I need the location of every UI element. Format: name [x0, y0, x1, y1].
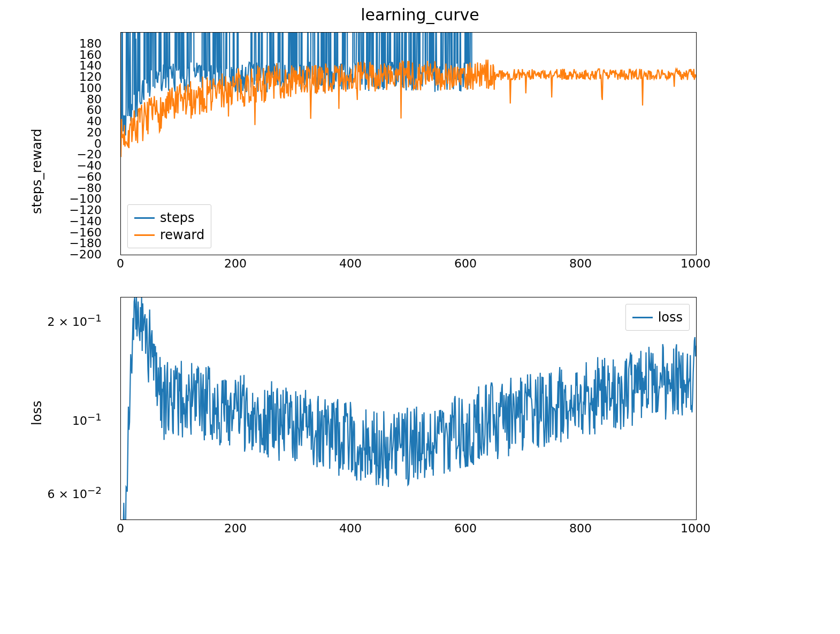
xtick-label: 200 — [224, 522, 247, 535]
ax2-svg — [121, 297, 696, 520]
figure-title: learning_curve — [0, 5, 840, 24]
series-loss-line — [121, 297, 696, 520]
legend-label: reward — [160, 227, 204, 242]
ax2-plot-area: loss — [120, 297, 697, 520]
legend-swatch-reward — [134, 234, 155, 236]
ax1-yticks: −200 −180 −160 −140 −120 −100 −80 −60 −4… — [0, 32, 107, 254]
xtick-label: 200 — [224, 257, 247, 270]
ax1-xticks: 0 200 400 600 800 1000 — [120, 257, 696, 273]
xtick-label: 1000 — [681, 522, 711, 535]
legend-swatch-loss — [632, 317, 653, 318]
ytick-label: 10−1 — [72, 411, 102, 427]
ytick-label: 2 × 10−1 — [48, 312, 102, 329]
legend-label: steps — [160, 210, 194, 225]
ax2-yticks: 2 × 10−1 10−1 6 × 10−2 — [0, 297, 107, 519]
xtick-label: 600 — [454, 522, 477, 535]
ax1-legend: steps reward — [127, 204, 211, 248]
ax2-legend: loss — [625, 304, 690, 331]
ax1-plot-area: steps reward — [120, 32, 697, 255]
xtick-label: 1000 — [681, 257, 711, 270]
ytick-label: 180 — [79, 36, 102, 50]
figure: learning_curve steps_reward −200 −180 −1… — [0, 0, 840, 634]
legend-item-steps: steps — [134, 209, 204, 226]
xtick-label: 800 — [569, 522, 592, 535]
xtick-label: 600 — [454, 257, 477, 270]
legend-swatch-steps — [134, 217, 155, 219]
xtick-label: 800 — [569, 257, 592, 270]
legend-label: loss — [658, 310, 683, 325]
ytick-label: 6 × 10−2 — [48, 485, 102, 501]
xtick-label: 0 — [117, 257, 124, 270]
legend-item-reward: reward — [134, 226, 204, 243]
xtick-label: 400 — [339, 522, 362, 535]
xtick-label: 0 — [117, 522, 124, 535]
xtick-label: 400 — [339, 257, 362, 270]
legend-item-loss: loss — [632, 309, 683, 326]
ax2-xticks: 0 200 400 600 800 1000 — [120, 522, 696, 538]
